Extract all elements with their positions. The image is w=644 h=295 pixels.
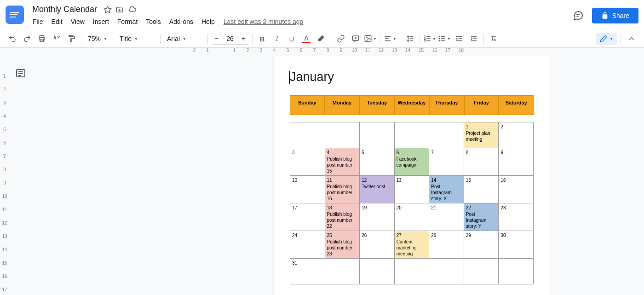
spellcheck-icon[interactable]	[50, 32, 63, 46]
calendar-cell[interactable]: 19	[360, 203, 395, 231]
calendar-cell[interactable]: 10	[290, 176, 325, 203]
calendar-cell[interactable]: 28	[429, 231, 464, 259]
calendar-cell[interactable]	[499, 259, 534, 284]
link-icon[interactable]	[334, 32, 348, 46]
calendar-cell[interactable]: 1Project plan meeting	[464, 122, 499, 148]
calendar-cell[interactable]: 24	[290, 231, 325, 259]
calendar-cell[interactable]	[429, 259, 464, 284]
undo-icon[interactable]	[6, 32, 19, 46]
text-color-icon[interactable]: A	[299, 32, 313, 46]
last-edit[interactable]: Last edit was 2 minutes ago	[224, 18, 304, 25]
horizontal-ruler[interactable]: 21123456789101112131415161718	[0, 48, 644, 56]
outline-icon[interactable]	[15, 68, 26, 79]
calendar-cell[interactable]: 31	[290, 259, 325, 284]
calendar-cell[interactable]: 29	[464, 231, 499, 259]
print-icon[interactable]	[35, 32, 49, 46]
calendar-body[interactable]: 1Project plan meeting234Publish blog pos…	[290, 122, 534, 284]
paragraph-style-select[interactable]: Title▼	[116, 32, 157, 46]
toolbar: 75%▼ Title▼ Arial▼ − + B I U A ▼ ▼ 123▼ …	[0, 30, 644, 48]
calendar-cell[interactable]	[360, 122, 395, 148]
menu-help[interactable]: Help	[198, 16, 218, 27]
share-button[interactable]: Share	[592, 8, 638, 23]
calendar-cell[interactable]: 4Publish blog post number 15	[325, 148, 360, 176]
calendar-cell[interactable]	[429, 122, 464, 148]
numbered-list-icon[interactable]: 123▼	[423, 32, 437, 46]
calendar-cell[interactable]: 17	[290, 203, 325, 231]
calendar-cell[interactable]: 12Twitter post	[360, 176, 395, 203]
decrease-size-button[interactable]: −	[211, 33, 222, 44]
doc-title[interactable]: Monthly Calendar	[29, 4, 100, 15]
calendar-cell[interactable]: 5	[360, 148, 395, 176]
calendar-cell[interactable]: 6Facebook campaign	[394, 148, 429, 176]
calendar-cell[interactable]	[325, 259, 360, 284]
calendar-cell[interactable]: 18Publish blog post number 22	[325, 203, 360, 231]
docs-logo[interactable]	[6, 6, 24, 24]
underline-icon[interactable]: U	[285, 32, 299, 46]
font-size-input[interactable]	[222, 33, 238, 44]
move-icon[interactable]	[115, 6, 124, 14]
calendar-cell[interactable]: 21	[429, 203, 464, 231]
calendar-cell[interactable]: 14Post Instagram story: X	[429, 176, 464, 203]
image-icon[interactable]: ▼	[363, 32, 377, 46]
calendar-cell[interactable]: 30	[499, 231, 534, 259]
calendar-cell[interactable]: 25Publish blog post number 28	[325, 231, 360, 259]
menu-edit[interactable]: Edit	[48, 16, 66, 27]
calendar-cell[interactable]	[394, 122, 429, 148]
calendar-cell[interactable]	[394, 259, 429, 284]
month-title[interactable]: January	[290, 70, 534, 84]
star-icon[interactable]	[104, 6, 112, 14]
calendar-cell[interactable]: 23	[499, 203, 534, 231]
ruler-tick: 17	[441, 48, 454, 53]
calendar-cell[interactable]: 20	[394, 203, 429, 231]
calendar-cell[interactable]: 7	[429, 148, 464, 176]
menu-addons[interactable]: Add-ons	[166, 16, 196, 27]
document-page[interactable]: January SundayMondayTuesdayWednesdayThur…	[274, 56, 550, 295]
calendar-cell[interactable]: 22Post Instagram story: Y	[464, 203, 499, 231]
menu-tools[interactable]: Tools	[143, 16, 164, 27]
editing-mode-button[interactable]: ▼	[596, 33, 617, 45]
day-header: Friday	[464, 95, 499, 115]
increase-size-button[interactable]: +	[238, 33, 249, 44]
calendar-cell[interactable]	[290, 122, 325, 148]
calendar-cell[interactable]	[360, 259, 395, 284]
decrease-indent-icon[interactable]	[452, 32, 466, 46]
ruler-tick: 3	[254, 48, 268, 53]
clear-format-icon[interactable]	[487, 32, 500, 46]
calendar-cell[interactable]	[325, 122, 360, 148]
day-number: 22	[466, 205, 497, 211]
bullet-list-icon[interactable]: ▼	[437, 32, 451, 46]
menu-format[interactable]: Format	[114, 16, 141, 27]
paint-format-icon[interactable]	[64, 32, 78, 46]
cloud-icon[interactable]	[127, 5, 137, 14]
calendar-cell[interactable]: 13	[394, 176, 429, 203]
font-select[interactable]: Arial▼	[163, 32, 205, 46]
calendar-cell[interactable]: 15	[464, 176, 499, 203]
collapse-icon[interactable]	[625, 32, 638, 46]
redo-icon[interactable]	[20, 32, 34, 46]
calendar-cell[interactable]: 11Publish blog post number 16	[325, 176, 360, 203]
calendar-cell[interactable]: 9	[499, 148, 534, 176]
highlight-icon[interactable]	[314, 32, 328, 46]
calendar-cell[interactable]: 8	[464, 148, 499, 176]
calendar-cell[interactable]: 2	[499, 122, 534, 148]
day-number: 13	[397, 177, 427, 183]
bold-icon[interactable]: B	[255, 32, 269, 46]
day-number: 5	[362, 150, 392, 156]
calendar-cell[interactable]: 27Content marketing meeting	[394, 231, 429, 259]
comments-icon[interactable]	[570, 7, 586, 24]
calendar-cell[interactable]: 16	[499, 176, 534, 203]
zoom-select[interactable]: 75%▼	[84, 32, 110, 46]
calendar-cell[interactable]: 3	[290, 148, 325, 176]
increase-indent-icon[interactable]	[467, 32, 481, 46]
calendar-event: Twitter post	[362, 184, 392, 190]
italic-icon[interactable]: I	[270, 32, 284, 46]
vertical-ruler[interactable]: 1234567891011121314151617	[0, 56, 9, 295]
menu-view[interactable]: View	[68, 16, 88, 27]
align-icon[interactable]: ▼	[383, 32, 397, 46]
line-spacing-icon[interactable]	[403, 32, 417, 46]
calendar-cell[interactable]: 26	[360, 231, 395, 259]
menu-insert[interactable]: Insert	[90, 16, 112, 27]
calendar-cell[interactable]	[464, 259, 499, 284]
add-comment-icon[interactable]	[349, 32, 362, 46]
menu-file[interactable]: File	[29, 16, 46, 27]
